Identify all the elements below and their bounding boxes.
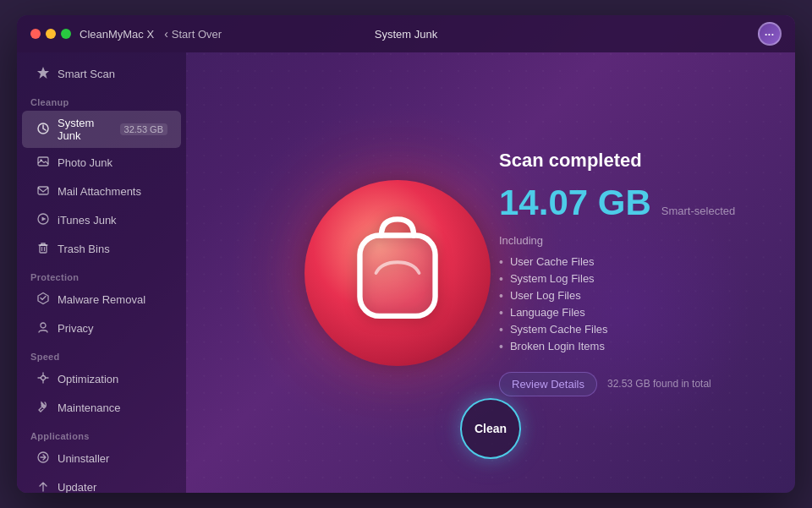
logo-area — [304, 180, 491, 366]
close-button[interactable] — [30, 29, 41, 39]
sidebar-item-photo-junk[interactable]: Photo Junk — [22, 149, 181, 177]
sidebar-item-malware-removal[interactable]: Malware Removal — [22, 286, 181, 314]
svg-rect-28 — [359, 235, 435, 315]
clean-btn-container: Clean — [460, 398, 521, 459]
review-row: Review Details 32.53 GB found in total — [499, 372, 770, 396]
titlebar: CleanMyMac X ‹ Start Over System Junk — [17, 15, 795, 52]
sidebar-label-uninstaller: Uninstaller — [58, 452, 167, 465]
found-total-label: 32.53 GB found in total — [607, 378, 711, 390]
sidebar-label-optimization: Optimization — [58, 373, 167, 385]
system-junk-badge: 32.53 GB — [120, 123, 167, 135]
mail-icon — [36, 183, 51, 199]
back-nav[interactable]: ‹ Start Over — [164, 27, 222, 41]
scan-size-row: 14.07 GB Smart-selected — [499, 185, 770, 221]
updater-icon — [36, 479, 51, 493]
list-item: Language Files — [499, 304, 770, 321]
section-protection: Protection — [17, 264, 186, 285]
sidebar-item-privacy[interactable]: Privacy — [22, 314, 181, 342]
app-name: CleanMyMac X — [80, 28, 154, 41]
scan-completed-title: Scan completed — [499, 150, 770, 172]
content-area: Smart Scan Cleanup System Junk 32.53 GB — [17, 52, 795, 493]
sidebar-label-maintenance: Maintenance — [58, 401, 167, 414]
sidebar-item-trash-bins[interactable]: Trash Bins — [22, 235, 181, 263]
back-nav-label: Start Over — [172, 28, 222, 41]
window-title: System Junk — [375, 28, 437, 41]
privacy-icon — [36, 320, 51, 336]
svg-rect-3 — [38, 187, 48, 194]
list-item: System Log Files — [499, 270, 770, 287]
sidebar-item-maintenance[interactable]: Maintenance — [22, 394, 181, 422]
sidebar-label-malware: Malware Removal — [58, 293, 167, 306]
list-item: System Cache Files — [499, 321, 770, 338]
sidebar-item-uninstaller[interactable]: Uninstaller — [22, 445, 181, 472]
system-junk-icon — [36, 122, 51, 138]
avatar-button[interactable] — [758, 22, 782, 46]
sidebar-label-itunes: iTunes Junk — [58, 214, 167, 227]
clean-button[interactable]: Clean — [460, 398, 521, 459]
sidebar-label-trash: Trash Bins — [58, 243, 167, 255]
info-panel: Scan completed 14.07 GB Smart-selected I… — [499, 150, 770, 396]
section-speed: Speed — [17, 343, 186, 364]
svg-point-8 — [41, 323, 46, 328]
maximize-button[interactable] — [61, 29, 71, 39]
sidebar-item-mail-attachments[interactable]: Mail Attachments — [22, 178, 181, 205]
maintenance-icon — [36, 400, 51, 416]
list-item: User Cache Files — [499, 254, 770, 270]
sidebar-item-label: Smart Scan — [58, 68, 167, 80]
optimization-icon — [36, 371, 51, 387]
titlebar-right — [758, 22, 782, 46]
sidebar-label-updater: Updater — [58, 481, 167, 493]
logo-circle — [304, 180, 491, 366]
photo-junk-icon — [36, 155, 51, 171]
review-details-button[interactable]: Review Details — [499, 372, 597, 396]
sidebar: Smart Scan Cleanup System Junk 32.53 GB — [17, 52, 186, 493]
trash-icon — [36, 241, 51, 257]
including-list: User Cache Files System Log Files User L… — [499, 254, 770, 355]
sidebar-label-photo-junk: Photo Junk — [58, 156, 167, 169]
svg-rect-5 — [40, 245, 47, 253]
scan-size-value: 14.07 GB — [499, 185, 651, 221]
malware-icon — [36, 292, 51, 308]
section-applications: Applications — [17, 423, 186, 444]
smart-selected-label: Smart-selected — [661, 205, 735, 217]
minimize-button[interactable] — [46, 29, 56, 39]
sidebar-item-itunes-junk[interactable]: iTunes Junk — [22, 206, 181, 234]
sidebar-item-updater[interactable]: Updater — [22, 473, 181, 493]
section-cleanup: Cleanup — [17, 89, 186, 110]
sidebar-item-optimization[interactable]: Optimization — [22, 365, 181, 393]
list-item: Broken Login Items — [499, 338, 770, 355]
sidebar-item-system-junk[interactable]: System Junk 32.53 GB — [22, 111, 181, 148]
main-panel: Scan completed 14.07 GB Smart-selected I… — [186, 52, 795, 493]
logo-shape — [343, 214, 453, 332]
uninstaller-icon — [36, 451, 51, 467]
traffic-lights — [30, 29, 71, 39]
including-label: Including — [499, 234, 770, 247]
itunes-icon — [36, 212, 51, 228]
chevron-left-icon: ‹ — [164, 27, 168, 41]
list-item: User Log Files — [499, 287, 770, 304]
svg-point-13 — [41, 376, 46, 380]
sidebar-label-mail: Mail Attachments — [58, 185, 167, 198]
app-window: CleanMyMac X ‹ Start Over System Junk Sm… — [17, 15, 795, 493]
smart-scan-icon — [36, 66, 51, 82]
sidebar-label-system-junk: System Junk — [58, 117, 113, 142]
sidebar-item-smart-scan[interactable]: Smart Scan — [22, 60, 181, 88]
sidebar-label-privacy: Privacy — [58, 322, 167, 335]
